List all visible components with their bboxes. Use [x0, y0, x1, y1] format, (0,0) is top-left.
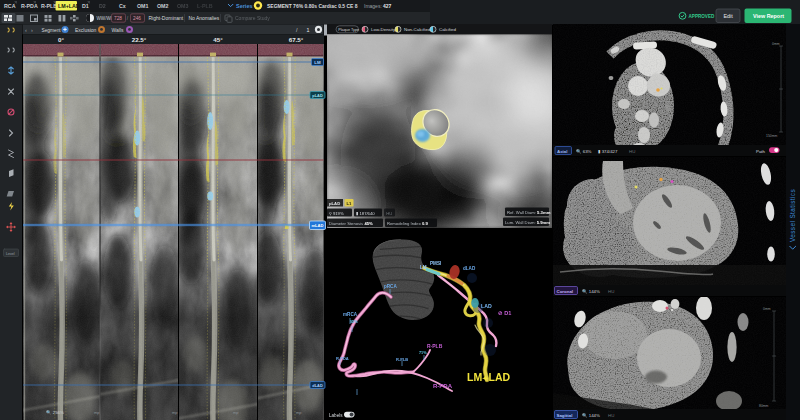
svg-text:Level: Level	[6, 252, 15, 256]
svg-text:No Anomalies: No Anomalies	[189, 15, 220, 21]
svg-text:OM3: OM3	[177, 3, 189, 9]
svg-text:246: 246	[133, 16, 141, 21]
svg-text:▮ 187/640: ▮ 187/640	[356, 211, 375, 216]
svg-text:HU: HU	[608, 413, 614, 418]
svg-text:HU: HU	[386, 211, 392, 216]
svg-text:728: 728	[114, 16, 122, 21]
svg-text:LAD: LAD	[481, 303, 492, 309]
svg-text:OM2: OM2	[157, 3, 169, 9]
svg-text:Exclusion: Exclusion	[75, 27, 97, 33]
svg-text:🔍 256%: 🔍 256%	[46, 409, 64, 416]
svg-text:🔍 144%: 🔍 144%	[582, 412, 600, 419]
svg-text:dLAD: dLAD	[312, 383, 323, 388]
svg-text:LM✦LAD: LM✦LAD	[467, 371, 510, 383]
svg-text:HU: HU	[608, 289, 614, 294]
svg-text:›: ›	[31, 27, 33, 33]
svg-text:1: 1	[307, 27, 310, 33]
svg-text:🔍 63%: 🔍 63%	[576, 148, 592, 155]
svg-text:Plaque Type: Plaque Type	[338, 28, 359, 32]
svg-text:Low-Density: Low-Density	[371, 27, 396, 32]
svg-text:dLAD: dLAD	[463, 266, 476, 271]
svg-text:427: 427	[383, 3, 392, 9]
svg-text:⊘ D1: ⊘ D1	[498, 310, 511, 316]
svg-text:mLAD: mLAD	[311, 223, 323, 228]
svg-text:45°: 45°	[213, 36, 223, 43]
svg-text:APPROVED: APPROVED	[689, 14, 715, 19]
svg-text:Ref. Wall Diam: 5.3mm: Ref. Wall Diam: 5.3mm	[507, 210, 551, 215]
svg-text:pLAD: pLAD	[312, 93, 323, 98]
svg-text:mp: mp	[296, 410, 302, 415]
svg-text:Series: Series	[236, 3, 253, 9]
svg-text:95%: 95%	[350, 320, 358, 324]
svg-text:Sagittal: Sagittal	[557, 413, 573, 418]
svg-text:Cx: Cx	[119, 3, 126, 9]
svg-text:HU: HU	[629, 149, 635, 154]
svg-text:80mm: 80mm	[759, 404, 769, 408]
svg-text:R-PDA: R-PDA	[336, 356, 349, 361]
svg-text:150mm: 150mm	[766, 134, 777, 138]
svg-text:L1: L1	[347, 201, 353, 206]
svg-text:R-PLB: R-PLB	[396, 357, 408, 362]
svg-text:Images:: Images:	[364, 3, 382, 9]
svg-text:Walls: Walls	[112, 27, 125, 33]
svg-text:22.5°: 22.5°	[132, 36, 147, 43]
svg-text:R-PLB: R-PLB	[427, 343, 443, 349]
svg-text:OM1: OM1	[137, 3, 149, 9]
svg-text:R-PDA: R-PDA	[433, 383, 453, 389]
svg-text:mp: mp	[172, 410, 178, 415]
svg-text:D2: D2	[99, 3, 106, 9]
svg-text:‹: ‹	[25, 27, 27, 33]
svg-text:LM: LM	[420, 265, 427, 270]
svg-text:Path: Path	[756, 149, 766, 154]
svg-text:L-PLB: L-PLB	[197, 3, 213, 9]
svg-text:pLAD: pLAD	[329, 201, 340, 206]
svg-text:Coronal: Coronal	[557, 289, 574, 294]
svg-text:Labels: Labels	[329, 413, 343, 418]
svg-text:Lum. Wall Diam: 5.9mm: Lum. Wall Diam: 5.9mm	[505, 220, 550, 225]
svg-text:View Report: View Report	[753, 13, 784, 19]
svg-text:Axial: Axial	[557, 149, 568, 154]
svg-text:Non-Calcified: Non-Calcified	[404, 27, 431, 32]
svg-text:Segment: Segment	[42, 28, 62, 33]
svg-text:pRCA: pRCA	[384, 284, 397, 289]
svg-text:Vessel Statistics: Vessel Statistics	[789, 189, 796, 242]
svg-text:Right-Dominant: Right-Dominant	[149, 15, 184, 21]
svg-text:0mm: 0mm	[772, 42, 780, 46]
svg-text:Diameter Stenosis 45%: Diameter Stenosis 45%	[329, 221, 373, 226]
svg-text:67.5°: 67.5°	[289, 36, 304, 43]
svg-text:Calcified: Calcified	[439, 27, 456, 32]
svg-text:mp: mp	[233, 410, 239, 415]
svg-text:0°: 0°	[58, 36, 64, 43]
svg-text:PMSI: PMSI	[430, 261, 441, 266]
svg-text:RCA: RCA	[4, 3, 16, 9]
svg-text:LM+LAD: LM+LAD	[58, 3, 80, 9]
svg-text:0mm: 0mm	[763, 307, 771, 311]
svg-text:R-PLB: R-PLB	[41, 3, 57, 9]
svg-text:⚲ 919%: ⚲ 919%	[329, 211, 344, 216]
svg-text:mRCA: mRCA	[343, 312, 358, 317]
svg-text:Remodeling Index 0.9: Remodeling Index 0.9	[387, 221, 428, 226]
svg-text:▮ 374/427: ▮ 374/427	[598, 149, 618, 154]
svg-text:Edit: Edit	[724, 13, 734, 19]
svg-text:🔍 144%: 🔍 144%	[582, 288, 600, 295]
svg-text:Compare Study: Compare Study	[235, 15, 270, 21]
svg-text:71%: 71%	[419, 351, 427, 355]
svg-text:SEGMENT 76% 0.80s Cardiac 0.5: SEGMENT 76% 0.80s Cardiac 0.5 CE 8	[267, 3, 358, 9]
svg-text:LM: LM	[314, 60, 321, 65]
svg-text:mp: mp	[94, 410, 100, 415]
